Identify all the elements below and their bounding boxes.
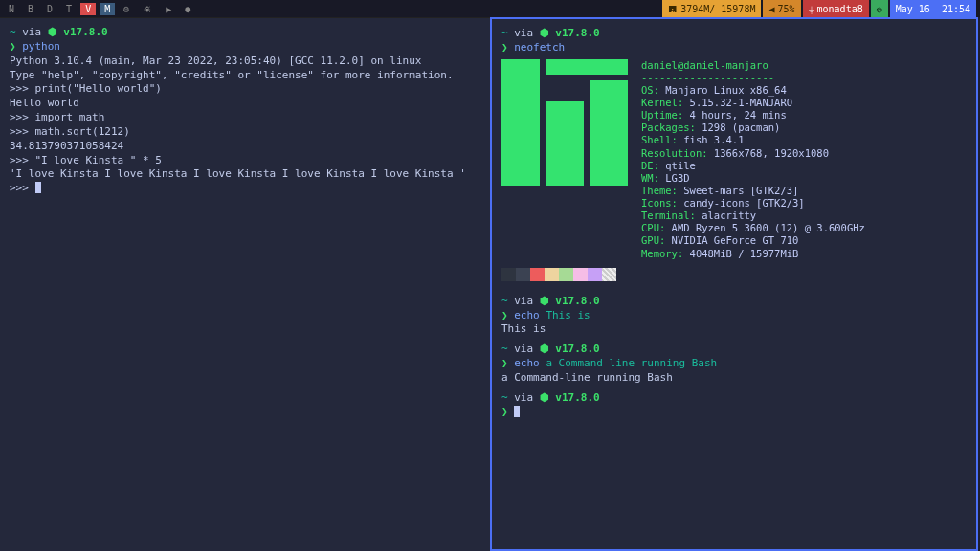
workspace-switcher[interactable]: NBDT VM⚙ ⛯▶● [4,3,195,15]
desktop: ~ via ⬢ v17.8.0 ❯ python Python 3.10.4 (… [0,17,980,551]
echo-output: This is [501,322,967,337]
neofetch-output: daniel@daniel-manjaro ------------------… [501,59,967,260]
prompt-line: ~ via ⬢ v17.8.0 [501,295,967,309]
system-info: daniel@daniel-manjaro ------------------… [641,59,865,260]
repl-line: >>> print("Hello world") [10,82,480,97]
terminal-right[interactable]: ~ via ⬢ v17.8.0 ❯ neofetch daniel@daniel… [490,17,978,551]
volume-widget[interactable]: ◀75% [763,0,800,17]
command-line: ❯ neofetch [501,41,967,55]
ubuntu-icon[interactable]: ❂ [871,0,888,17]
color-swatches [501,268,967,281]
command-line: ❯ echo a Command-line running Bash [501,357,967,371]
top-bar: NBDT VM⚙ ⛯▶● 🖪3794M/ 15978M ◀75% ⏚monadt… [0,0,980,17]
manjaro-logo-icon [501,59,628,186]
prompt-line: ~ via ⬢ v17.8.0 [501,27,967,41]
repl-prompt-active[interactable]: >>> [10,182,480,196]
repl-output: Hello world [10,97,480,111]
prompt-line: ~ via ⬢ v17.8.0 [501,342,967,357]
repl-output: 34.813790371058424 [10,140,480,154]
python-version: Python 3.10.4 (main, Mar 23 2022, 23:05:… [10,55,480,69]
terminal-left[interactable]: ~ via ⬢ v17.8.0 ❯ python Python 3.10.4 (… [0,17,490,551]
status-tray: 🖪3794M/ 15978M ◀75% ⏚monadta8 ❂ May 16 2… [662,0,976,17]
repl-line: >>> import math [10,111,480,125]
cursor-icon [514,406,520,417]
repl-line: >>> "I love Kinsta " * 5 [10,154,480,168]
active-prompt[interactable]: ❯ [501,406,967,420]
wifi-widget[interactable]: ⏚monadta8 [803,0,869,17]
clock-widget: May 16 21:54 [890,0,976,17]
python-help: Type "help", "copyright", "credits" or "… [10,69,480,83]
echo-output: a Command-line running Bash [501,371,967,386]
prompt-line: ~ via ⬢ v17.8.0 [501,391,967,406]
cursor-icon [35,182,41,193]
prompt-line: ~ via ⬢ v17.8.0 [10,26,480,40]
memory-widget: 🖪3794M/ 15978M [662,0,761,17]
repl-output: 'I love Kinsta I love Kinsta I love Kins… [10,167,480,182]
command-line: ❯ python [10,40,480,55]
repl-line: >>> math.sqrt(1212) [10,125,480,140]
command-line: ❯ echo This is [501,309,967,323]
